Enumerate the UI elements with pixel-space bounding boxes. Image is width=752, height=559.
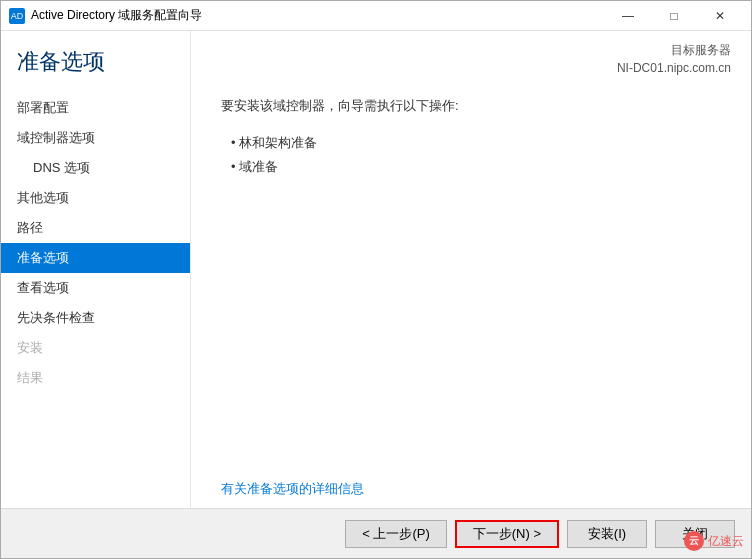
sidebar-item-dns-options[interactable]: DNS 选项: [1, 153, 190, 183]
watermark-icon: 云: [684, 531, 704, 551]
prep-list: 林和架构准备 域准备: [221, 131, 721, 179]
sidebar-item-dc-options[interactable]: 域控制器选项: [1, 123, 190, 153]
sidebar-item-result: 结果: [1, 363, 190, 393]
sidebar-item-prep-options[interactable]: 准备选项: [1, 243, 190, 273]
target-server-label: 目标服务器: [617, 41, 731, 59]
back-button[interactable]: < 上一步(P): [345, 520, 447, 548]
maximize-button[interactable]: □: [651, 1, 697, 31]
server-info: 目标服务器 NI-DC01.nipc.com.cn: [617, 41, 731, 77]
panel-description: 要安装该域控制器，向导需执行以下操作:: [221, 97, 721, 115]
minimize-button[interactable]: —: [605, 1, 651, 31]
footer-link-container: 有关准备选项的详细信息: [191, 480, 751, 508]
close-button[interactable]: ✕: [697, 1, 743, 31]
panel-body: 要安装该域控制器，向导需执行以下操作: 林和架构准备 域准备: [191, 77, 751, 480]
sidebar-item-review[interactable]: 查看选项: [1, 273, 190, 303]
sidebar-item-path[interactable]: 路径: [1, 213, 190, 243]
app-icon: AD: [9, 8, 25, 24]
main-content: 准备选项 部署配置 域控制器选项 DNS 选项 其他选项 路径 准备选项 查看选…: [1, 31, 751, 508]
page-title: 准备选项: [1, 47, 190, 93]
right-panel: 目标服务器 NI-DC01.nipc.com.cn 要安装该域控制器，向导需执行…: [191, 31, 751, 508]
details-link[interactable]: 有关准备选项的详细信息: [221, 481, 364, 496]
bottom-bar: < 上一步(P) 下一步(N) > 安装(I) 关闭: [1, 508, 751, 558]
title-bar-controls: — □ ✕: [605, 1, 743, 31]
watermark-text: 亿速云: [708, 533, 744, 550]
sidebar: 准备选项 部署配置 域控制器选项 DNS 选项 其他选项 路径 准备选项 查看选…: [1, 31, 191, 508]
title-bar: AD Active Directory 域服务配置向导 — □ ✕: [1, 1, 751, 31]
next-button[interactable]: 下一步(N) >: [455, 520, 559, 548]
sidebar-item-deployment[interactable]: 部署配置: [1, 93, 190, 123]
watermark: 云 亿速云: [684, 531, 744, 551]
sidebar-item-other-options[interactable]: 其他选项: [1, 183, 190, 213]
server-name: NI-DC01.nipc.com.cn: [617, 59, 731, 77]
sidebar-item-install: 安装: [1, 333, 190, 363]
sidebar-item-prereqs[interactable]: 先决条件检查: [1, 303, 190, 333]
bullet-2: 域准备: [231, 155, 721, 179]
panel-header: 目标服务器 NI-DC01.nipc.com.cn: [191, 31, 751, 77]
title-bar-text: Active Directory 域服务配置向导: [31, 7, 605, 24]
install-button[interactable]: 安装(I): [567, 520, 647, 548]
bullet-1: 林和架构准备: [231, 131, 721, 155]
window: AD Active Directory 域服务配置向导 — □ ✕ 准备选项 部…: [0, 0, 752, 559]
